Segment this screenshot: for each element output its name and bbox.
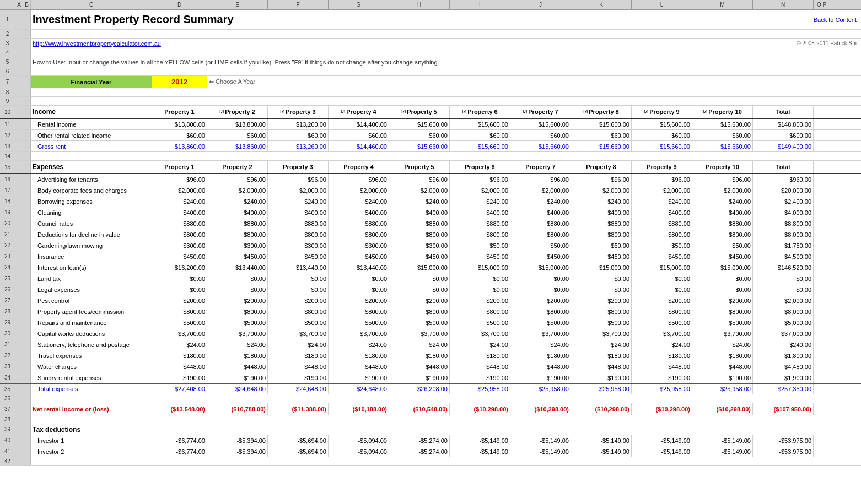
row-4: 4 [0, 48, 861, 57]
col-g-header: G [329, 0, 389, 9]
col-d-header: D [152, 0, 207, 9]
row-29: 29 Repairs and maintenance $500.00 $500.… [0, 317, 861, 328]
row-3: 3 http://www.investmentpropertycalculato… [0, 39, 861, 48]
financial-year-value[interactable]: 2012 [152, 76, 207, 88]
rental-income-p9: $15,600.00 [632, 119, 692, 129]
row-16: 16 Advertising for tenants $96.00 $96.00… [0, 174, 861, 185]
income-prop8-header: ☑ Property 8 [571, 106, 632, 118]
row-26: 26 Legal expenses $0.00 $0.00 $0.00 $0.0… [0, 284, 861, 295]
income-label: Income [31, 106, 152, 118]
row-13-gross-rent: 13 Gross rent $13,860.00 $13,860.00 $13,… [0, 141, 861, 152]
row-num-1: 1 [0, 10, 15, 29]
row-5: 5 How to Use: Input or change the values… [0, 57, 861, 67]
row-num-header [0, 0, 15, 9]
rental-income-p1: $13,800.00 [152, 119, 207, 129]
income-prop4-header: ☑ Property 4 [329, 106, 389, 118]
net-income-label: Net rental income or (loss) [31, 403, 152, 415]
col-m-header: M [692, 0, 753, 9]
row-36: 36 [0, 394, 861, 403]
copyright-text: © 2008-2011 Patrick Shi [797, 40, 857, 46]
col-n-header: N [753, 0, 814, 9]
row-15-expenses-header: 15 Expenses Property 1 Property 2 Proper… [0, 161, 861, 174]
income-prop1-header: Property 1 [152, 106, 207, 118]
row-34: 34 Sundry rental expenses $190.00 $190.0… [0, 372, 861, 383]
col-c-header: C [31, 0, 152, 9]
row-19: 19 Cleaning $400.00 $400.00 $400.00 $400… [0, 207, 861, 218]
rental-income-p7: $15,600.00 [510, 119, 571, 129]
financial-year-label: Financial Year [31, 76, 152, 88]
income-prop6-header: ☑ Property 6 [450, 106, 510, 118]
column-header-row: A B C D E F G H I J K L M N O P [0, 0, 861, 10]
other-income-label: Other rental related income [31, 130, 152, 140]
row-22: 22 Gardening/lawn mowing $300.00 $300.00… [0, 240, 861, 251]
investor1-label: Investor 1 [31, 435, 152, 446]
row-39-tax-deductions: 39 Tax deductions [0, 424, 861, 435]
income-prop3-header: ☑ Property 3 [268, 106, 329, 118]
row-25: 25 Land tax $0.00 $0.00 $0.00 $0.00 $0.0… [0, 273, 861, 284]
row-10-income-header: 10 Income Property 1 ☑ Property 2 ☑ Prop… [0, 106, 861, 119]
rental-income-p3: $13,200.00 [268, 119, 329, 129]
row-18: 18 Borrowing expenses $240.00 $240.00 $2… [0, 196, 861, 207]
total-expenses-label: Total expenses [31, 384, 152, 394]
website-link[interactable]: http://www.investmentpropertycalculator.… [33, 40, 161, 47]
income-prop2-header: ☑ Property 2 [207, 106, 268, 118]
rental-income-p4: $14,400.00 [329, 119, 389, 129]
row-20: 20 Council rates $880.00 $880.00 $880.00… [0, 218, 861, 229]
col-j-header: J [510, 0, 571, 9]
body-corporate-label: Body corporate fees and charges [31, 185, 152, 196]
row-12: 12 Other rental related income $60.00 $6… [0, 130, 861, 141]
col-op-header: O P [814, 0, 830, 9]
row-27: 27 Pest control $200.00 $200.00 $200.00 … [0, 295, 861, 306]
rental-income-total: $148,800.00 [753, 119, 814, 129]
back-to-content-link[interactable]: Back to Content [814, 17, 857, 23]
row-1: 1 Investment Property Record Summary Bac… [0, 10, 861, 30]
row-28: 28 Property agent fees/commission $800.0… [0, 306, 861, 317]
row-6: 6 [0, 67, 861, 76]
expenses-label: Expenses [31, 161, 152, 173]
rental-income-label: Rental income [31, 119, 152, 129]
row-37-net-income: 37 Net rental income or (loss) ($13,548.… [0, 403, 861, 415]
row-9: 9 [0, 97, 861, 106]
row-33: 33 Water charges $448.00 $448.00 $448.00… [0, 361, 861, 372]
row-7: 7 Financial Year 2012 ⇐ Choose A Year [0, 76, 861, 88]
income-prop5-header: ☑ Property 5 [389, 106, 450, 118]
income-total-header: Total [753, 106, 814, 118]
rental-income-p8: $15,600.00 [571, 119, 632, 129]
row-8: 8 [0, 88, 861, 97]
rental-income-p2: $13,800.00 [207, 119, 268, 129]
row-40-investor1: 40 Investor 1 -$6,774.00 -$5,394.00 -$5,… [0, 435, 861, 446]
income-prop10-header: ☑Property 10 [692, 106, 753, 118]
rental-income-p6: $15,600.00 [450, 119, 510, 129]
col-b-header: B [23, 0, 31, 9]
gross-rent-label: Gross rent [31, 141, 152, 151]
col-i-header: I [450, 0, 510, 9]
row-32: 32 Travel expenses $180.00 $180.00 $180.… [0, 350, 861, 361]
col-e-header: E [207, 0, 268, 9]
instruction-text: How to Use: Input or change the values i… [33, 59, 439, 66]
row-42: 42 [0, 457, 861, 466]
row-21: 21 Deductions for decline in value $800.… [0, 229, 861, 240]
spreadsheet-title: Investment Property Record Summary [31, 10, 417, 29]
col-l-header: L [632, 0, 692, 9]
row-17: 17 Body corporate fees and charges $2,00… [0, 185, 861, 196]
row-24: 24 Interest on loan(s) $16,200.00 $13,44… [0, 262, 861, 273]
row-11: 11 Rental income $13,800.00 $13,800.00 $… [0, 119, 861, 130]
choose-year-text: ⇐ Choose A Year [207, 76, 318, 88]
rental-income-p10: $15,600.00 [692, 119, 753, 129]
row-14: 14 [0, 152, 861, 161]
row-31: 31 Stationery, telephone and postage $24… [0, 339, 861, 350]
income-prop7-header: ☑ Property 7 [510, 106, 571, 118]
col-a-header: A [15, 0, 23, 9]
col-h-header: H [389, 0, 450, 9]
row-35-total-expenses: 35 Total expenses $27,408.00 $24,648.00 … [0, 383, 861, 394]
row-41-investor2: 41 Investor 2 -$6,774.00 -$5,394.00 -$5,… [0, 446, 861, 457]
tax-deductions-label: Tax deductions [31, 424, 152, 435]
row-30: 30 Capital works deductions $3,700.00 $3… [0, 328, 861, 339]
col-k-header: K [571, 0, 632, 9]
rental-income-p5: $15,600.00 [389, 119, 450, 129]
row-38: 38 [0, 415, 861, 424]
income-prop9-header: ☑ Property 9 [632, 106, 692, 118]
row-2: 2 [0, 30, 861, 39]
investor2-label: Investor 2 [31, 446, 152, 457]
col-f-header: F [268, 0, 329, 9]
